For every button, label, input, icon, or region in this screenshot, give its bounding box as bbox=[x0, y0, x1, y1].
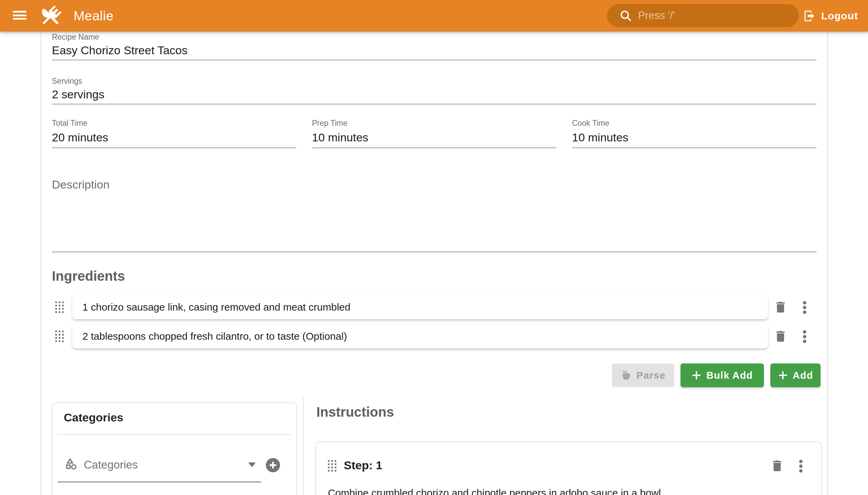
trash-icon bbox=[773, 300, 788, 314]
categories-card: Categories Categories bbox=[52, 403, 297, 495]
prep-time-field: Prep Time 10 minutes bbox=[312, 119, 557, 148]
total-time-field: Total Time 20 minutes bbox=[52, 119, 296, 148]
recipe-name-underline bbox=[52, 60, 816, 61]
plus-icon bbox=[778, 370, 788, 380]
description-underline bbox=[52, 252, 816, 252]
total-time-input[interactable]: 20 minutes bbox=[52, 130, 296, 144]
instruction-step-card: Step: 1 Combine crumbled chorizo and chi… bbox=[315, 441, 822, 495]
categories-select[interactable]: Categories bbox=[53, 454, 276, 484]
description-label: Description bbox=[52, 178, 109, 191]
ingredient-menu-button[interactable] bbox=[801, 301, 808, 314]
mealie-logo-icon bbox=[37, 3, 64, 30]
categories-divider bbox=[58, 434, 291, 435]
apple-icon bbox=[621, 370, 632, 381]
instructions-heading: Instructions bbox=[316, 405, 394, 420]
times-row: Total Time 20 minutes Prep Time 10 minut… bbox=[52, 119, 816, 148]
ingredient-text: 2 tablespoons chopped fresh cilantro, or… bbox=[72, 330, 347, 342]
plus-icon bbox=[691, 370, 701, 380]
delete-ingredient-button[interactable] bbox=[773, 329, 788, 344]
chevron-down-icon bbox=[248, 462, 256, 467]
menu-button[interactable] bbox=[12, 9, 28, 22]
plus-circle-icon bbox=[266, 458, 280, 473]
prep-time-label: Prep Time bbox=[312, 119, 557, 128]
search-icon bbox=[619, 9, 632, 22]
bulk-add-button[interactable]: Bulk Add bbox=[681, 363, 764, 387]
delete-step-button[interactable] bbox=[770, 458, 785, 473]
app-title: Mealie bbox=[73, 8, 114, 24]
logout-icon bbox=[803, 10, 816, 22]
logout-label: Logout bbox=[821, 10, 858, 22]
recipe-name-label: Recipe Name bbox=[52, 33, 99, 42]
trash-icon bbox=[770, 459, 784, 473]
categories-select-underline bbox=[58, 481, 261, 482]
add-category-button[interactable] bbox=[266, 458, 280, 473]
cook-time-input[interactable]: 10 minutes bbox=[572, 130, 816, 144]
servings-label: Servings bbox=[52, 76, 82, 86]
description-textarea[interactable] bbox=[52, 190, 816, 251]
servings-underline bbox=[52, 104, 816, 104]
parse-button-label: Parse bbox=[636, 370, 666, 381]
ingredient-menu-button[interactable] bbox=[801, 330, 808, 343]
cook-time-underline bbox=[572, 148, 816, 148]
add-ingredient-button[interactable]: Add bbox=[770, 363, 820, 387]
step-menu-button[interactable] bbox=[797, 460, 805, 473]
total-time-underline bbox=[52, 148, 296, 148]
global-search-input[interactable]: Press '/' bbox=[607, 4, 799, 27]
shapes-icon bbox=[64, 457, 78, 471]
add-button-label: Add bbox=[793, 370, 813, 381]
recipe-name-input[interactable]: Easy Chorizo Street Tacos bbox=[52, 43, 187, 57]
search-placeholder: Press '/' bbox=[638, 10, 675, 22]
kebab-menu-icon bbox=[803, 330, 806, 343]
step-title: Step: 1 bbox=[344, 459, 382, 472]
servings-input[interactable]: 2 servings bbox=[52, 87, 104, 101]
trash-icon bbox=[773, 329, 788, 343]
app-bar: Mealie Press '/' Logout bbox=[0, 0, 868, 32]
cook-time-label: Cook Time bbox=[572, 119, 816, 128]
total-time-label: Total Time bbox=[52, 119, 296, 128]
ingredient-input[interactable]: 1 chorizo sausage link, casing removed a… bbox=[72, 295, 768, 319]
mealie-recipe-editor-page: Recipe Name Easy Chorizo Street Tacos Se… bbox=[0, 0, 868, 495]
kebab-menu-icon bbox=[803, 301, 806, 314]
hamburger-icon bbox=[13, 11, 27, 13]
categories-card-title: Categories bbox=[64, 411, 123, 424]
column-divider bbox=[303, 397, 304, 495]
ingredient-input[interactable]: 2 tablespoons chopped fresh cilantro, or… bbox=[72, 324, 768, 348]
ingredients-heading: Ingredients bbox=[52, 269, 125, 284]
cook-time-field: Cook Time 10 minutes bbox=[572, 119, 816, 148]
drag-handle-icon[interactable] bbox=[55, 302, 64, 313]
bulk-add-button-label: Bulk Add bbox=[706, 370, 753, 381]
logout-button[interactable]: Logout bbox=[803, 6, 858, 26]
ingredient-text: 1 chorizo sausage link, casing removed a… bbox=[72, 302, 350, 313]
prep-time-input[interactable]: 10 minutes bbox=[312, 130, 557, 144]
categories-select-label: Categories bbox=[84, 458, 138, 471]
kebab-menu-icon bbox=[799, 460, 803, 473]
delete-ingredient-button[interactable] bbox=[773, 300, 788, 314]
step-text-input[interactable]: Combine crumbled chorizo and chipotle pe… bbox=[328, 487, 664, 495]
parse-button[interactable]: Parse bbox=[612, 363, 675, 387]
prep-time-underline bbox=[312, 148, 557, 148]
drag-handle-icon[interactable] bbox=[55, 330, 64, 342]
drag-handle-icon[interactable] bbox=[328, 460, 336, 472]
